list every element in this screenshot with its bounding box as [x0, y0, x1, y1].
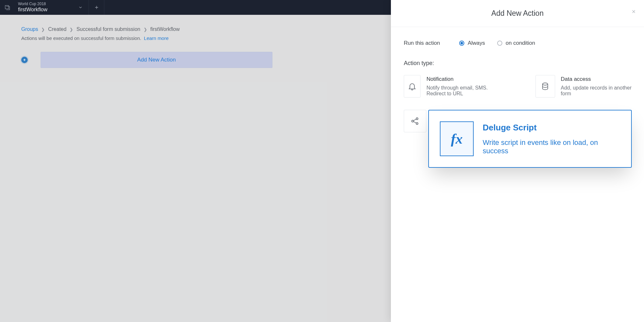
project-name: World Cup 2018 — [18, 2, 80, 6]
fx-text: fx — [451, 131, 463, 147]
run-action-label: Run this action — [404, 40, 440, 46]
fx-icon: fx — [440, 121, 474, 156]
chevron-down-icon — [78, 5, 83, 10]
deluge-desc: Write script in events like on load, on … — [483, 138, 621, 155]
close-icon[interactable] — [631, 9, 636, 14]
breadcrumb-current: firstWorkflow — [150, 26, 180, 32]
svg-point-2 — [412, 120, 414, 122]
run-action-row: Run this action Always on condition — [404, 40, 632, 46]
database-icon — [535, 75, 555, 98]
svg-point-3 — [416, 118, 418, 120]
svg-point-1 — [543, 83, 548, 85]
svg-point-4 — [416, 123, 418, 125]
breadcrumb-created[interactable]: Created — [48, 26, 66, 32]
chevron-right-icon: ❯ — [41, 27, 45, 32]
bell-icon — [404, 75, 421, 98]
action-type-deluge-script[interactable]: fx Deluge Script Write script in events … — [428, 110, 632, 168]
svg-rect-0 — [5, 5, 9, 9]
radio-condition-label: on condition — [506, 40, 535, 46]
new-tab-button[interactable] — [89, 0, 104, 15]
add-action-plus-icon[interactable] — [21, 57, 28, 63]
radio-on-condition[interactable]: on condition — [497, 40, 535, 46]
notification-desc: Notify through email, SMS. Redirect to U… — [426, 85, 500, 97]
action-type-data-access[interactable]: Data access Add, update records in anoth… — [535, 75, 632, 98]
radio-icon — [497, 41, 502, 46]
action-type-notification[interactable]: Notification Notify through email, SMS. … — [404, 75, 500, 98]
learn-more-link[interactable]: Learn more — [144, 35, 169, 41]
data-access-desc: Add, update records in another form — [561, 85, 632, 97]
add-action-panel: Add New Action Run this action Always on… — [391, 0, 644, 322]
app-icon[interactable] — [0, 0, 15, 15]
integration-icon[interactable] — [404, 110, 426, 132]
add-new-action-bar[interactable]: Add New Action — [41, 52, 272, 68]
deluge-title: Deluge Script — [483, 123, 621, 133]
breadcrumb-sfs[interactable]: Successful form submission — [76, 26, 140, 32]
action-type-label: Action type: — [404, 60, 632, 67]
chevron-right-icon: ❯ — [70, 27, 73, 32]
subtitle-text: Actions will be executed on successful f… — [21, 35, 141, 41]
radio-always[interactable]: Always — [459, 40, 485, 46]
data-access-title: Data access — [561, 76, 632, 82]
notification-title: Notification — [426, 76, 500, 82]
workflow-name: firstWorkflow — [18, 6, 80, 13]
radio-icon — [459, 41, 464, 46]
panel-title: Add New Action — [491, 9, 544, 18]
radio-always-label: Always — [468, 40, 485, 46]
panel-header: Add New Action — [391, 0, 644, 27]
breadcrumb-groups[interactable]: Groups — [21, 26, 38, 32]
workflow-tab[interactable]: World Cup 2018 firstWorkflow — [15, 0, 89, 15]
add-new-action-label: Add New Action — [137, 57, 176, 63]
chevron-right-icon: ❯ — [144, 27, 147, 32]
